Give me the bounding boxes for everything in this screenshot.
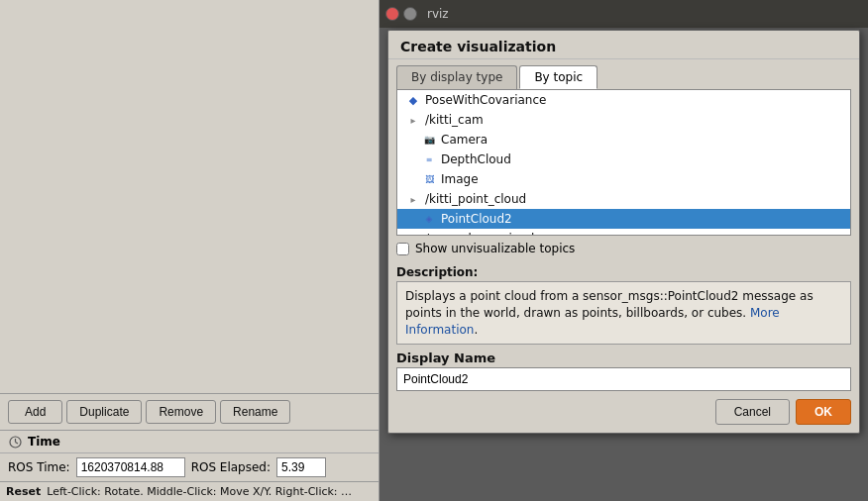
tree-item-camera[interactable]: 📷 Camera (397, 130, 850, 150)
clock-icon (8, 435, 22, 449)
show-unvisualizable-row: Show unvisualizable topics (388, 236, 859, 261)
display-name-input[interactable] (396, 367, 851, 391)
dialog-title: Create visualization (388, 31, 859, 59)
create-visualization-dialog: Create visualization By display type By … (387, 30, 860, 434)
pose-label: PoseWithCovariance (425, 93, 546, 107)
tree-item-kitti-point[interactable]: ▸ /kitti_point_cloud (397, 189, 850, 209)
description-label: Description: (388, 261, 859, 281)
add-button[interactable]: Add (8, 400, 62, 424)
titlebar: rviz (380, 0, 868, 28)
titlebar-buttons (385, 7, 417, 21)
show-unvisualizable-checkbox[interactable] (396, 243, 409, 255)
dialog-actions: Cancel OK (388, 391, 859, 433)
pose-icon: ◆ (405, 92, 421, 108)
tab-bar: By display type By topic (388, 59, 859, 89)
image-icon: 🖼 (421, 171, 437, 187)
pointcloud2-label: PointCloud2 (441, 212, 512, 226)
camera-label: Camera (441, 133, 488, 147)
show-unvisualizable-label[interactable]: Show unvisualizable topics (415, 242, 575, 255)
duplicate-button[interactable]: Duplicate (66, 400, 142, 424)
folder-kitti-point-icon: ▸ (405, 191, 421, 207)
image-label: Image (441, 172, 479, 186)
window-title: rviz (427, 7, 449, 21)
svg-line-2 (15, 442, 18, 444)
reset-label[interactable]: Reset (6, 485, 41, 498)
ros-elapsed-label: ROS Elapsed: (191, 460, 271, 474)
ros-time-input[interactable] (76, 457, 185, 477)
tree-item-pointcloud2[interactable]: ◈ PointCloud2 (397, 209, 850, 229)
dialog-area: rviz Create visualization By display typ… (380, 0, 868, 501)
tree-item-kitti-cam[interactable]: ▸ /kitti_cam (397, 110, 850, 130)
time-label: Time (28, 435, 60, 449)
display-list-area (0, 0, 379, 393)
pc2-icon: ◈ (421, 211, 437, 227)
tab-by-topic[interactable]: By topic (519, 65, 597, 89)
tab-by-display-type[interactable]: By display type (396, 65, 517, 89)
ok-button[interactable]: OK (796, 399, 851, 425)
description-box: Displays a point cloud from a sensor_msg… (396, 281, 851, 345)
kitti-cam-label: /kitti_cam (425, 113, 484, 127)
tree-item-pose[interactable]: ◆ PoseWithCovariance (397, 90, 850, 110)
left-bottom: Add Duplicate Remove Rename Time ROS Tim… (0, 393, 379, 501)
time-section: ROS Time: ROS Elapsed: (0, 452, 379, 481)
tree-item-depthcloud[interactable]: ≡ DepthCloud (397, 150, 850, 169)
display-buttons: Add Duplicate Remove Rename (0, 394, 379, 430)
ros-time-label: ROS Time: (8, 460, 70, 474)
minimize-button[interactable] (403, 7, 417, 21)
kitti-point-label: /kitti_point_cloud (425, 192, 526, 206)
time-bar: Time (0, 430, 379, 452)
depthcloud-label: DepthCloud (441, 152, 511, 166)
status-text: Left-Click: Rotate. Middle-Click: Move X… (47, 485, 354, 498)
status-bar: Reset Left-Click: Rotate. Middle-Click: … (0, 481, 379, 501)
tree-item-image[interactable]: 🖼 Image (397, 169, 850, 189)
topic-tree[interactable]: ◆ PoseWithCovariance ▸ /kitti_cam 📷 Came… (396, 89, 851, 236)
camera-icon: 📷 (421, 132, 437, 148)
ros-elapsed-input[interactable] (276, 457, 326, 477)
remove-button[interactable]: Remove (146, 400, 216, 424)
left-panel: Add Duplicate Remove Rename Time ROS Tim… (0, 0, 380, 501)
depth-icon: ≡ (421, 151, 437, 167)
tree-item-move-base[interactable]: ▸ /move_base_simple (397, 229, 850, 236)
display-name-label: Display Name (388, 345, 859, 367)
close-button[interactable] (385, 7, 399, 21)
folder-kitti-cam-icon: ▸ (405, 112, 421, 128)
rename-button[interactable]: Rename (220, 400, 290, 424)
cancel-button[interactable]: Cancel (715, 399, 790, 425)
